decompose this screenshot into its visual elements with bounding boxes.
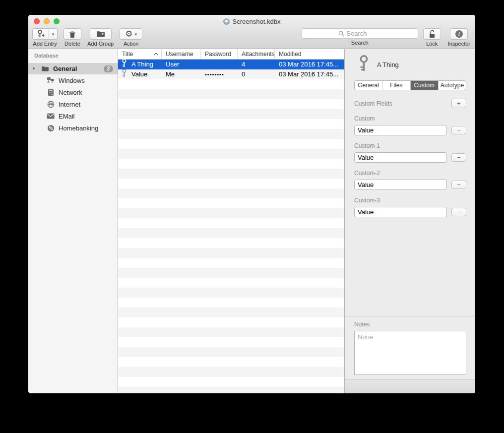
sidebar-item-label: Windows <box>59 77 85 84</box>
cell-modified: 03 Mar 2016 17:45... <box>275 60 344 69</box>
lock-button[interactable] <box>423 28 441 40</box>
custom-field-input[interactable] <box>354 152 447 163</box>
custom-field-label: Custom-3 <box>354 197 475 204</box>
custom-field-row: − <box>354 125 466 135</box>
action-label: Action <box>124 41 139 47</box>
add-group-group: Add Group <box>87 28 114 47</box>
custom-field-row: − <box>354 207 466 217</box>
sort-ascending-icon <box>154 53 158 56</box>
document-proxy-icon[interactable] <box>223 18 230 25</box>
toolbar: ▾ Add Entry Delete <box>28 28 475 49</box>
column-header-title[interactable]: Title <box>118 49 162 59</box>
cell-modified: 03 Mar 2016 17:45... <box>275 69 344 79</box>
custom-field-input[interactable] <box>354 207 447 217</box>
table-body: A Thing User 4 03 Mar 2016 17:45... <box>118 60 344 393</box>
globe-icon <box>47 100 55 108</box>
add-group-button[interactable] <box>90 28 112 40</box>
search-icon <box>338 31 344 37</box>
traffic-lights <box>34 18 60 24</box>
key-icon <box>358 55 370 74</box>
custom-fields-label: Custom Fields <box>354 100 392 107</box>
cell-password <box>201 60 238 69</box>
cell-title: A Thing <box>131 60 153 69</box>
table-row[interactable]: Value Me •••••••• 0 03 Mar 2016 17:45... <box>118 69 344 79</box>
remove-custom-field-button[interactable]: − <box>451 126 466 134</box>
sidebar: Database ▼ General 2 <box>28 49 118 393</box>
sidebar-item-label: Network <box>59 89 82 96</box>
sidebar-item-email[interactable]: EMail <box>28 110 118 122</box>
column-header-username[interactable]: Username <box>162 49 201 59</box>
window-chrome: Screenshot.kdbx ▾ <box>28 15 475 49</box>
delete-group: Delete <box>63 28 81 47</box>
cell-username: Me <box>162 69 201 79</box>
custom-field-input[interactable] <box>354 180 447 190</box>
key-icon <box>122 69 127 79</box>
gear-icon: ⚙ <box>125 30 132 38</box>
action-group: ⚙ ▾ Action <box>120 28 142 47</box>
custom-field-label: Custom <box>354 115 475 122</box>
notes-textarea[interactable] <box>354 331 466 375</box>
inspector-button[interactable]: i <box>450 28 468 40</box>
inspector-tabs: General Files Custom Autotype <box>354 80 466 90</box>
info-icon: i <box>455 30 463 38</box>
cell-attachments: 4 <box>238 60 275 69</box>
key-icon <box>122 60 127 69</box>
delete-button[interactable] <box>63 28 81 40</box>
window-title: Screenshot.kdbx <box>233 18 281 25</box>
add-custom-field-button[interactable]: + <box>451 99 466 108</box>
folder-plus-icon <box>96 30 105 38</box>
sidebar-item-homebanking[interactable]: Homebanking <box>28 122 118 134</box>
tab-files[interactable]: Files <box>382 81 410 90</box>
lock-label: Lock <box>426 41 438 47</box>
sidebar-item-label: EMail <box>59 113 75 120</box>
add-entry-button[interactable] <box>32 28 49 40</box>
notes-section: Notes <box>345 316 475 375</box>
tab-general[interactable]: General <box>355 81 382 90</box>
remove-custom-field-button[interactable]: − <box>451 181 466 189</box>
server-icon <box>47 88 55 96</box>
inspector-label: Inspector <box>448 41 470 47</box>
minimize-button[interactable] <box>44 18 50 24</box>
custom-field-input[interactable] <box>354 125 447 135</box>
minus-icon: − <box>457 126 461 134</box>
lock-group: Lock <box>423 28 441 47</box>
chevron-down-icon: ▾ <box>135 32 137 37</box>
add-entry-label: Add Entry <box>33 41 57 47</box>
column-header-password[interactable]: Password <box>201 49 238 59</box>
inspector-group: i Inspector <box>448 28 470 47</box>
entry-table: Title Username Password Attachments Modi… <box>118 49 345 393</box>
column-header-modified[interactable]: Modified <box>275 49 344 59</box>
tab-custom[interactable]: Custom <box>410 81 438 90</box>
percent-coin-icon <box>47 124 55 132</box>
remove-custom-field-button[interactable]: − <box>451 208 466 216</box>
sidebar-item-label: Homebanking <box>59 124 98 132</box>
custom-field-row: − <box>354 152 466 163</box>
app-window: Screenshot.kdbx ▾ <box>28 15 475 393</box>
add-group-label: Add Group <box>87 41 114 47</box>
titlebar[interactable]: Screenshot.kdbx <box>28 15 475 28</box>
close-button[interactable] <box>34 18 40 24</box>
disclosure-triangle-icon[interactable]: ▼ <box>32 66 38 71</box>
windows-network-icon <box>47 76 55 84</box>
table-row[interactable]: A Thing User 4 03 Mar 2016 17:45... <box>118 60 344 69</box>
sidebar-item-network[interactable]: Network <box>28 86 118 98</box>
column-header-attachments[interactable]: Attachments <box>238 49 275 59</box>
sidebar-item-windows[interactable]: Windows <box>28 74 118 86</box>
sidebar-item-internet[interactable]: Internet <box>28 98 118 110</box>
action-button[interactable]: ⚙ ▾ <box>120 28 142 40</box>
search-input[interactable] <box>346 30 381 37</box>
zoom-button[interactable] <box>54 18 60 24</box>
search-field[interactable] <box>302 28 418 39</box>
cell-password: •••••••• <box>201 69 238 79</box>
search-label: Search <box>351 40 369 46</box>
delete-label: Delete <box>64 41 80 47</box>
custom-field-label: Custom-1 <box>354 142 475 149</box>
dropdown-arrow-icon: ▾ <box>52 32 55 37</box>
add-entry-dropdown[interactable]: ▾ <box>49 28 58 40</box>
remove-custom-field-button[interactable]: − <box>451 153 466 162</box>
tab-autotype[interactable]: Autotype <box>438 81 466 90</box>
inspector-bottom-bar <box>345 379 475 393</box>
inspector-panel: A Thing General Files Custom Autotype Cu… <box>345 49 475 393</box>
sidebar-item-general[interactable]: ▼ General 2 <box>28 63 118 74</box>
sidebar-item-label: General <box>53 65 104 72</box>
